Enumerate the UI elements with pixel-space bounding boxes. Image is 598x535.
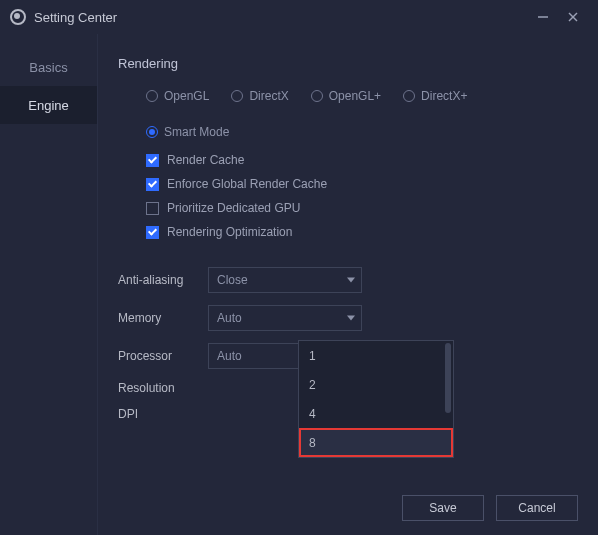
check-enforce-global-render-cache[interactable]: Enforce Global Render Cache [146, 177, 572, 191]
sidebar-item-engine[interactable]: Engine [0, 86, 97, 124]
save-button[interactable]: Save [402, 495, 484, 521]
row-memory: Memory Auto [118, 305, 572, 331]
chevron-down-icon [347, 316, 355, 321]
checkbox-icon [146, 202, 159, 215]
check-render-cache[interactable]: Render Cache [146, 153, 572, 167]
radio-label: DirectX [249, 89, 288, 103]
window: Setting Center Basics Engine Rendering O… [0, 0, 598, 535]
radio-openglplus[interactable]: OpenGL+ [311, 89, 381, 103]
checkbox-icon [146, 226, 159, 239]
select-value: Auto [217, 349, 242, 363]
close-button[interactable] [558, 7, 588, 27]
select-value: Close [217, 273, 248, 287]
row-antialias: Anti-aliasing Close [118, 267, 572, 293]
main-panel: Rendering OpenGL DirectX OpenGL+ DirectX… [98, 34, 598, 535]
check-label: Render Cache [167, 153, 244, 167]
rendering-checks: Render Cache Enforce Global Render Cache… [146, 153, 572, 249]
antialias-label: Anti-aliasing [118, 273, 208, 287]
radio-label: OpenGL [164, 89, 209, 103]
checkbox-icon [146, 178, 159, 191]
rendering-mode-radios: OpenGL DirectX OpenGL+ DirectX+ Smart Mo… [146, 89, 572, 139]
radio-dot-icon [231, 90, 243, 102]
dropdown-option[interactable]: 2 [299, 370, 453, 399]
footer: Save Cancel [402, 495, 578, 521]
sidebar: Basics Engine [0, 34, 98, 535]
radio-smartmode[interactable]: Smart Mode [146, 125, 229, 139]
radio-dot-icon [146, 126, 158, 138]
checkbox-icon [146, 154, 159, 167]
check-prioritize-dedicated-gpu[interactable]: Prioritize Dedicated GPU [146, 201, 572, 215]
scrollbar[interactable] [445, 343, 451, 413]
dropdown-option[interactable]: 1 [299, 341, 453, 370]
cancel-button[interactable]: Cancel [496, 495, 578, 521]
radio-directx[interactable]: DirectX [231, 89, 288, 103]
memory-select[interactable]: Auto [208, 305, 362, 331]
antialias-select[interactable]: Close [208, 267, 362, 293]
radio-label: DirectX+ [421, 89, 467, 103]
section-title: Rendering [118, 56, 572, 71]
check-label: Rendering Optimization [167, 225, 292, 239]
dpi-label: DPI [118, 407, 208, 421]
minimize-button[interactable] [528, 7, 558, 27]
dropdown-option-highlighted[interactable]: 8 [299, 428, 453, 457]
dropdown-option[interactable]: 4 [299, 399, 453, 428]
body: Basics Engine Rendering OpenGL DirectX O… [0, 34, 598, 535]
sidebar-item-basics[interactable]: Basics [0, 48, 97, 86]
processor-dropdown: 1 2 4 8 [298, 340, 454, 458]
select-value: Auto [217, 311, 242, 325]
radio-label: OpenGL+ [329, 89, 381, 103]
titlebar: Setting Center [0, 0, 598, 34]
radio-opengl[interactable]: OpenGL [146, 89, 209, 103]
radio-label: Smart Mode [164, 125, 229, 139]
app-logo-icon [10, 9, 26, 25]
window-title: Setting Center [34, 10, 117, 25]
radio-directxplus[interactable]: DirectX+ [403, 89, 467, 103]
chevron-down-icon [347, 278, 355, 283]
check-rendering-optimization[interactable]: Rendering Optimization [146, 225, 572, 239]
radio-dot-icon [403, 90, 415, 102]
radio-dot-icon [146, 90, 158, 102]
radio-dot-icon [311, 90, 323, 102]
check-label: Prioritize Dedicated GPU [167, 201, 300, 215]
processor-label: Processor [118, 349, 208, 363]
resolution-label: Resolution [118, 381, 208, 395]
check-label: Enforce Global Render Cache [167, 177, 327, 191]
memory-label: Memory [118, 311, 208, 325]
